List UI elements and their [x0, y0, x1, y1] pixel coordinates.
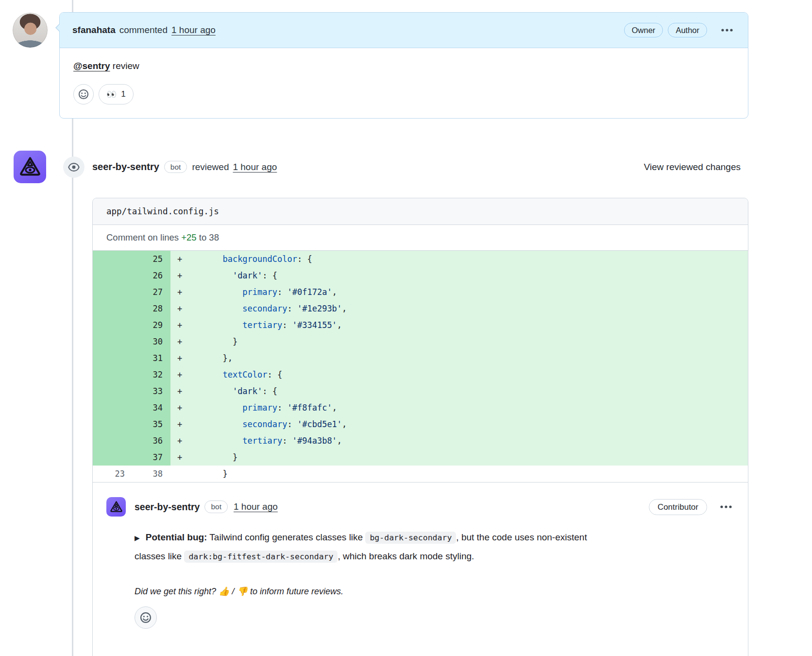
new-line-number: 26: [133, 267, 170, 284]
feedback-text-post: to inform future reviews.: [248, 587, 343, 596]
diff-marker: +: [170, 366, 193, 383]
code-line: }: [193, 333, 748, 350]
review-timestamp-link[interactable]: 1 hour ago: [233, 162, 277, 173]
seer-bot-avatar-small[interactable]: [106, 497, 126, 517]
new-line-number: 37: [133, 449, 170, 466]
contributor-badge: Contributor: [649, 499, 707, 515]
author-link[interactable]: sfanahata: [72, 25, 116, 35]
seer-bot-avatar[interactable]: [14, 151, 46, 183]
diff-marker: +: [170, 300, 193, 317]
review-event-row: seer-by-sentry bot reviewed 1 hour ago V…: [92, 151, 741, 183]
code-line: }: [193, 449, 748, 466]
add-reaction-button[interactable]: [135, 606, 157, 629]
diff-row: 26+ 'dark': {: [93, 267, 748, 284]
code-line: primary: '#f8fafc',: [193, 399, 748, 416]
thread-body-code: bg-dark-secondary: [365, 532, 456, 544]
thread-body-text: , which breaks dark mode styling.: [338, 551, 474, 561]
new-line-number: 30: [133, 333, 170, 350]
new-line-number: 29: [133, 317, 170, 333]
diff-marker: +: [170, 432, 193, 449]
diff-row: 2338 }: [93, 466, 748, 482]
thread-body-bold: Potential bug:: [146, 532, 207, 542]
new-line-number: 36: [133, 432, 170, 449]
eyes-reaction-pill[interactable]: 👀 1: [99, 84, 134, 104]
diff-row: 33+ 'dark': {: [93, 383, 748, 399]
thread-body-text: , but the code uses non-existent: [456, 532, 587, 542]
author-badge: Author: [668, 23, 707, 38]
comment-options-button[interactable]: [719, 26, 735, 34]
code-line: 'dark': {: [193, 383, 748, 399]
thread-reaction-row: [135, 606, 734, 629]
code-line: 'dark': {: [193, 267, 748, 284]
reviewer-link[interactable]: seer-by-sentry: [92, 161, 159, 173]
file-path-link[interactable]: app/tailwind.config.js: [106, 207, 219, 216]
diff-marker: +: [170, 333, 193, 350]
old-line-number: [93, 432, 133, 449]
old-line-number: [93, 366, 133, 383]
thumbs-down-icon: 👎: [237, 587, 248, 596]
diff-row: 34+ primary: '#f8fafc',: [93, 399, 748, 416]
mention-link[interactable]: @sentry: [73, 61, 110, 71]
kebab-icon: [721, 28, 733, 32]
diff-marker: +: [170, 383, 193, 399]
comment-range-row: Comment on lines +25 to 38: [93, 225, 748, 251]
timestamp-link[interactable]: 1 hour ago: [171, 25, 216, 35]
pull-request-conversation: sfanahata commented 1 hour ago Owner Aut…: [0, 0, 812, 656]
comment-text: @sentry review: [73, 61, 734, 71]
file-header: app/tailwind.config.js: [93, 198, 748, 225]
action-text: commented: [119, 25, 168, 35]
feedback-text-pre: Did we get this right?: [135, 587, 219, 596]
seer-pyramid-eye-logo-icon: [110, 501, 123, 514]
comment-header: sfanahata commented 1 hour ago Owner Aut…: [60, 13, 748, 48]
diff-marker: +: [170, 449, 193, 466]
old-line-number: [93, 317, 133, 333]
add-reaction-button[interactable]: [73, 84, 94, 104]
comment-text-rest: review: [110, 61, 139, 71]
diff-marker: +: [170, 317, 193, 333]
diff-row: 28+ secondary: '#1e293b',: [93, 300, 748, 317]
diff-row: 37+ }: [93, 449, 748, 466]
old-line-number: [93, 350, 133, 366]
thread-options-button[interactable]: [718, 503, 734, 511]
smiley-icon: [78, 89, 89, 100]
eye-icon: [68, 161, 80, 173]
eyes-emoji-icon: 👀: [106, 89, 117, 100]
new-line-number: 25: [133, 251, 170, 267]
diff-row: 35+ secondary: '#cbd5e1',: [93, 416, 748, 432]
new-line-number: 33: [133, 383, 170, 399]
thread-header-right: Contributor: [649, 499, 734, 515]
old-line-number: [93, 416, 133, 432]
diff-row: 29+ tertiary: '#334155',: [93, 317, 748, 333]
diff-row: 31+ },: [93, 350, 748, 366]
code-line: tertiary: '#334155',: [193, 317, 748, 333]
thread-author-link[interactable]: seer-by-sentry: [135, 501, 200, 513]
comment-card: sfanahata commented 1 hour ago Owner Aut…: [59, 12, 748, 119]
reaction-count: 1: [121, 89, 125, 99]
range-prefix: Comment on lines: [106, 232, 181, 242]
view-reviewed-changes-link[interactable]: View reviewed changes: [644, 162, 741, 173]
range-middle: to: [197, 232, 209, 242]
diff-row: 27+ primary: '#0f172a',: [93, 284, 748, 300]
range-end-line: 38: [209, 232, 219, 242]
old-line-number: [93, 383, 133, 399]
code-line: }: [193, 466, 748, 482]
old-line-number: [93, 449, 133, 466]
diff-marker: +: [170, 284, 193, 300]
code-line: secondary: '#cbd5e1',: [193, 416, 748, 432]
old-line-number: [93, 300, 133, 317]
user-avatar[interactable]: [13, 13, 48, 48]
code-line: secondary: '#1e293b',: [193, 300, 748, 317]
new-line-number: 35: [133, 416, 170, 432]
reaction-row: 👀 1: [73, 84, 734, 104]
old-line-number: [93, 284, 133, 300]
disclosure-triangle-icon[interactable]: ▶: [135, 529, 140, 547]
diff-row: 25+ backgroundColor: {: [93, 251, 748, 267]
thread-timestamp-link[interactable]: 1 hour ago: [234, 501, 278, 512]
review-action-text: reviewed: [192, 162, 229, 173]
code-line: backgroundColor: {: [193, 251, 748, 267]
code-line: tertiary: '#94a3b8',: [193, 432, 748, 449]
diff-row: 36+ tertiary: '#94a3b8',: [93, 432, 748, 449]
feedback-note: Did we get this right? 👍 / 👎 to inform f…: [135, 586, 734, 597]
thread-comment-header: seer-by-sentry bot 1 hour ago Contributo…: [106, 497, 734, 517]
new-line-number: 27: [133, 284, 170, 300]
